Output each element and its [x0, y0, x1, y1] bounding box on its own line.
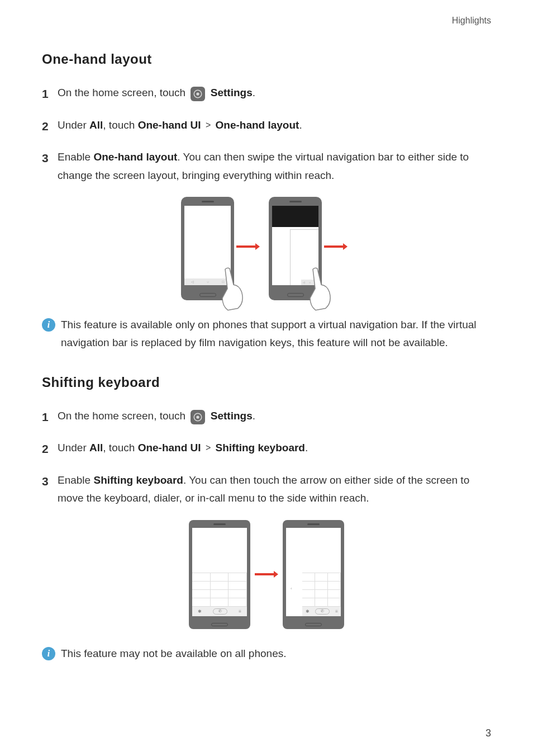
settings-icon [191, 410, 205, 424]
note-text: This feature is available only on phones… [61, 316, 491, 352]
dialer-star-icon: ✱ [306, 609, 310, 614]
settings-label: Settings [211, 87, 253, 98]
text: , touch [103, 119, 137, 131]
arrow-right-icon [236, 242, 260, 252]
phone-dialer-before: ✱ ✆ ≡ [189, 520, 250, 629]
arrow-right-icon [324, 242, 348, 252]
step-number: 1 [42, 84, 58, 104]
feature-name: One-hand layout [93, 151, 177, 163]
svg-marker-5 [343, 243, 348, 250]
text: Enable [58, 474, 93, 486]
text: Under [58, 119, 89, 131]
step-body: Enable Shifting keyboard. You can then t… [58, 471, 491, 508]
breadcrumb-separator: > [206, 443, 211, 452]
info-icon: i [42, 647, 55, 660]
step-number: 1 [42, 407, 58, 427]
section-title-one-hand: One-hand layout [42, 51, 491, 67]
step-body: On the home screen, touch Settings. [58, 84, 491, 102]
phone-after: ◁ ○ □ [269, 197, 322, 300]
step-body: Under All, touch One-hand UI > Shifting … [58, 439, 491, 457]
dialer-call-icon: ✆ [315, 608, 330, 615]
step-2-b: 2 Under All, touch One-hand UI > Shiftin… [42, 439, 491, 459]
text: . [299, 119, 302, 131]
svg-marker-3 [255, 243, 260, 250]
step-1: 1 On the home screen, touch Settings. [42, 84, 491, 104]
feature-name: Shifting keyboard [93, 474, 183, 486]
text: On the home screen, touch [58, 87, 188, 98]
step-body: Under All, touch One-hand UI > One-hand … [58, 116, 491, 134]
dialer-star-icon: ✱ [198, 609, 202, 614]
svg-marker-9 [274, 571, 278, 578]
dialer-bottom-bar: ✱ ✆ ≡ [192, 607, 247, 616]
breadcrumb-separator: > [206, 120, 211, 130]
phone-dialer-after: ‹ ✱ ✆ ≡ [283, 520, 344, 629]
step-3: 3 Enable One-hand layout. You can then s… [42, 148, 491, 185]
illustration-shifting: ✱ ✆ ≡ ‹ [42, 520, 491, 629]
path-one-hand-layout: One-hand layout [216, 119, 299, 131]
svg-point-1 [197, 92, 199, 95]
info-note: i This feature is available only on phon… [42, 316, 491, 352]
info-icon: i [42, 318, 55, 332]
step-number: 2 [42, 116, 58, 136]
nav-back-icon: ◁ [191, 280, 194, 284]
dialer-menu-icon: ≡ [335, 609, 338, 614]
all-label: All [89, 442, 103, 453]
illustration-one-hand: ◁ ○ □ ◁ ○ □ [42, 197, 491, 300]
all-label: All [89, 119, 103, 131]
finger-icon [301, 263, 336, 312]
step-3-b: 3 Enable Shifting keyboard. You can then… [42, 471, 491, 508]
note-text: This feature may not be available on all… [61, 645, 491, 663]
text: Under [58, 442, 89, 453]
text: . [253, 87, 255, 98]
dialer-bottom-bar: ✱ ✆ ≡ [302, 607, 341, 616]
text: . [305, 442, 308, 453]
path-one-hand-ui: One-hand UI [138, 119, 201, 131]
path-one-hand-ui: One-hand UI [138, 442, 201, 453]
text: On the home screen, touch [58, 410, 188, 422]
step-number: 2 [42, 439, 58, 459]
section-title-shifting: Shifting keyboard [42, 375, 491, 390]
step-1-b: 1 On the home screen, touch Settings. [42, 407, 491, 427]
nav-home-icon: ○ [207, 280, 209, 284]
dialer-menu-icon: ≡ [239, 609, 241, 614]
step-body: Enable One-hand layout. You can then swi… [58, 148, 491, 185]
header-section-label: Highlights [452, 16, 491, 26]
step-number: 3 [42, 148, 58, 168]
finger-icon [213, 263, 249, 312]
step-2: 2 Under All, touch One-hand UI > One-han… [42, 116, 491, 136]
path-shifting-keyboard: Shifting keyboard [216, 442, 305, 453]
settings-icon [191, 87, 205, 101]
text: . [253, 410, 255, 422]
text: , touch [103, 442, 137, 453]
page-number: 3 [486, 727, 491, 739]
info-note-2: i This feature may not be available on a… [42, 645, 491, 663]
step-body: On the home screen, touch Settings. [58, 407, 491, 425]
svg-point-7 [197, 415, 199, 418]
text: Enable [58, 151, 93, 163]
settings-label: Settings [211, 410, 253, 422]
phone-before: ◁ ○ □ [181, 197, 234, 300]
step-number: 3 [42, 471, 58, 492]
dialer-call-icon: ✆ [213, 608, 227, 615]
arrow-right-icon [255, 569, 278, 579]
